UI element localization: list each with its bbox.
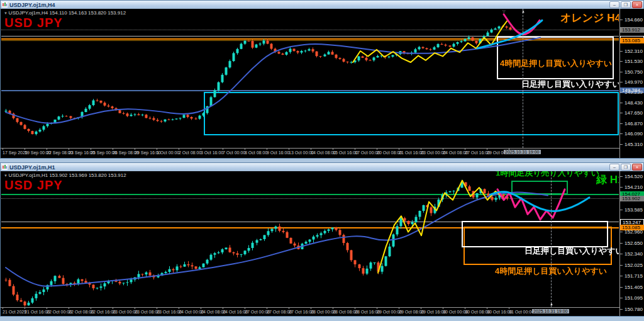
time-label: 21 Oct 2025 [3,310,26,314]
price-label-orange: 153.085 [620,38,644,43]
price-tick: 151.095 [620,295,644,301]
window-titlebar[interactable]: USDJPY.oj1m,H1 – ❐ × [1,163,643,171]
crosshair-vertical-line [523,9,523,148]
close-button[interactable]: × [632,1,642,8]
price-tick: 154.520 [620,174,644,179]
price-axis-h4[interactable]: 154.660153.912153.247153.085152.310151.5… [619,9,644,158]
note-daily-pullback-buy[interactable]: 日足押し目買い入りやすい [525,247,619,256]
note-h4-pullback-buy[interactable]: 4時間足押し目買い入りやすい [495,267,607,276]
close-button[interactable]: × [632,164,642,171]
time-label: 3 Oct 16:00 [201,150,223,155]
price-axis-h1[interactable]: 154.520154.210154.027153.902153.585153.2… [619,171,644,316]
price-tick: 149.970 [620,79,644,85]
chart-icon [2,164,8,170]
crosshair-time-label: 2025.10.31 19:00 [504,150,541,154]
price-tick: 154.210 [620,184,644,190]
price-tick: 147.650 [620,110,644,116]
price-tick: 148.430 [620,100,644,106]
crosshair-vertical-line [551,171,552,307]
time-label: 2 Oct 08:00 [179,150,201,155]
candlestick-canvas-h4 [1,9,619,148]
price-tick: 151.530 [620,59,644,64]
price-tick: 151.715 [620,273,644,279]
time-label: 1 Oct 00:00 [157,150,179,155]
minimize-button[interactable]: – [609,164,619,171]
minimize-button[interactable]: – [609,1,619,8]
chart-icon [2,2,8,8]
note-h1-pullback-sell[interactable]: 1時間足戻り売り入りやすい [496,171,599,177]
window-title: USDJPY.oj1m,H1 [9,164,55,171]
time-axis-h1[interactable]: 21 Oct 202521 Oct 16:0022 Oct 00:0022 Oc… [1,307,619,316]
price-tick: 152.650 [620,240,644,246]
price-tick: 146.090 [620,131,644,137]
object-anchor-icon: ▽ [502,9,506,13]
time-axis-h4[interactable]: 17 Sep 202519 Sep 00:0022 Sep 08:0023 Se… [1,148,619,157]
plot-h1[interactable]: ▼ USDJPY.oj1m,H1 153.902 153.969 153.820… [1,171,619,307]
price-tick: 154.660 [620,17,644,23]
note-h4-pullback-buy[interactable]: 4時間足押し目買い入りやすい [500,59,612,68]
price-tick: 153.585 [620,207,644,213]
object-anchor-icon: ▲ [521,9,525,13]
candlestick-canvas-h1 [1,171,619,307]
plot-h4[interactable]: ▼ USDJPY.oj1m,H4 154.110 154.163 153.820… [1,9,619,148]
price-tick: 152.960 [620,229,644,235]
price-tick: 152.025 [620,262,644,268]
chart-area-h4[interactable]: ▼ USDJPY.oj1m,H4 154.110 154.163 153.820… [1,9,643,158]
price-tick: 149.239 [620,89,644,95]
price-tick: 152.310 [620,48,644,54]
chart-window-h4: USDJPY.oj1m,H4 – ❐ × ▼ USDJPY.oj1m,H4 15… [0,0,644,159]
label-orange-h4[interactable]: オレンジ H4 [560,13,619,25]
window-titlebar[interactable]: USDJPY.oj1m,H4 – ❐ × [1,1,643,9]
restore-button[interactable]: ❐ [621,164,631,171]
window-title: USDJPY.oj1m,H4 [9,2,55,8]
price-tick: 150.780 [620,307,644,312]
chart-area-h1[interactable]: ▼ USDJPY.oj1m,H1 153.902 153.969 153.820… [1,171,643,316]
price-label-gray: 153.902 [620,196,644,201]
label-green-h1[interactable]: 緑 H1 [596,174,619,186]
chart-window-h1: USDJPY.oj1m,H1 – ❐ × ▼ USDJPY.oj1m,H1 15… [0,162,644,317]
object-anchor-icon: ▲ [550,302,553,306]
restore-button[interactable]: ❐ [621,1,631,8]
time-label: 8 Oct 08:00 [245,150,267,155]
price-tick: 150.750 [620,69,644,75]
price-tick: 152.340 [620,251,644,257]
time-label: 17 Sep 2025 [3,150,28,155]
time-label: 7 Oct 00:00 [223,150,245,155]
price-label-gray: 153.912 [620,27,644,33]
price-tick: 145.310 [620,142,644,147]
crosshair-time-label: 2025.10.31 19:00 [532,309,569,313]
price-tick: 151.405 [620,284,644,290]
note-daily-pullback-buy[interactable]: 日足押し目買い入りやすい [521,80,619,89]
price-tick: 146.870 [620,121,644,127]
time-label: 31 Oct 00:00 [509,310,534,314]
time-label: 9 Oct 16:00 [267,150,289,155]
